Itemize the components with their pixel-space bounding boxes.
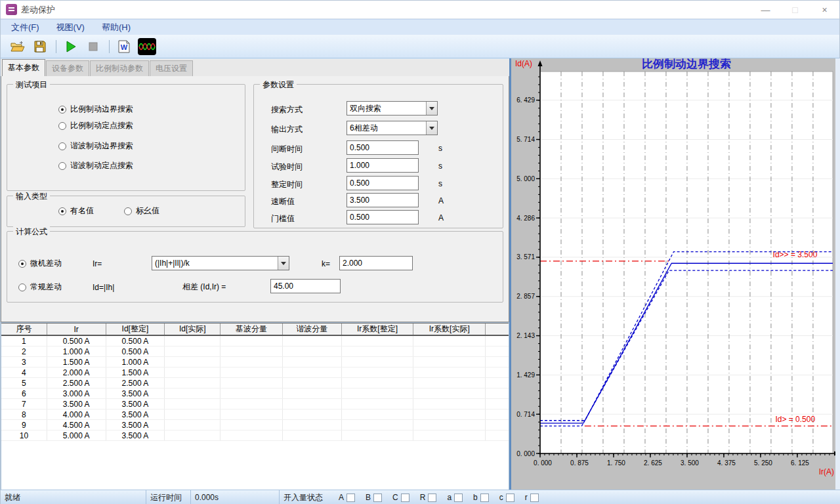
radio-per-unit-value[interactable]: 标幺值: [124, 205, 159, 217]
waveform-view-button[interactable]: [137, 37, 157, 56]
runtime-value: 0.000s: [191, 490, 280, 504]
tab-voltage-settings[interactable]: 电压设置: [150, 60, 193, 76]
table-header-cell[interactable]: 序号: [1, 324, 47, 335]
table-row[interactable]: 42.000 A1.500 A: [1, 368, 509, 378]
phase-diff-field[interactable]: [270, 279, 341, 293]
svg-text:1. 750: 1. 750: [607, 459, 625, 467]
di-status-label: 开入量状态: [280, 490, 332, 504]
menu-view[interactable]: 视图(V): [56, 22, 85, 33]
di-channel-checkbox[interactable]: [506, 494, 514, 502]
table-header-cell[interactable]: 基波分量: [220, 324, 283, 335]
table-cell: [342, 388, 414, 398]
k-value-field[interactable]: [339, 256, 413, 270]
radio-icon: [18, 260, 26, 268]
menu-bar: 文件(F) 视图(V) 帮助(H): [1, 19, 839, 35]
radio-ratio-boundary-search[interactable]: 比例制动边界搜索: [58, 104, 133, 115]
save-button[interactable]: [31, 37, 49, 56]
minimize-button[interactable]: —: [751, 1, 780, 18]
search-mode-combobox[interactable]: 双向搜索: [346, 101, 438, 116]
svg-text:Ir(A): Ir(A): [819, 467, 834, 476]
table-cell: [220, 346, 283, 356]
radio-conventional-differential[interactable]: 常规差动: [18, 282, 62, 293]
open-file-button[interactable]: [9, 37, 27, 56]
menu-file[interactable]: 文件(F): [11, 22, 39, 33]
table-row[interactable]: 105.000 A3.500 A: [1, 430, 509, 441]
table-cell: [342, 346, 414, 356]
di-channel-checkbox[interactable]: [428, 494, 436, 502]
radio-microcomputer-differential[interactable]: 微机差动: [18, 258, 62, 269]
di-channel-checkbox[interactable]: [401, 494, 410, 502]
di-channels: ABCRabcr: [332, 490, 539, 504]
table-cell: [486, 410, 509, 419]
table-cell: 0.500 A: [106, 336, 165, 346]
param-settings-groupbox: 参数设置 搜索方式 双向搜索 输出方式 6相差动 间断时间 s 试验时间: [253, 84, 503, 228]
table-header-cell[interactable]: Ir系数[整定]: [342, 324, 414, 335]
test-items-title: 测试项目: [13, 79, 50, 91]
dropdown-button[interactable]: [426, 102, 437, 115]
table-row[interactable]: 84.000 A3.500 A: [1, 410, 509, 420]
di-channel-checkbox[interactable]: [346, 494, 355, 502]
table-header-cell[interactable]: Id[实际]: [165, 324, 220, 335]
radio-harmonic-boundary-search[interactable]: 谐波制动边界搜索: [58, 140, 133, 152]
test-time-field[interactable]: [346, 158, 419, 173]
output-mode-combobox[interactable]: 6相差动: [346, 121, 438, 135]
dropdown-button[interactable]: [278, 257, 289, 270]
di-channel-checkbox[interactable]: [480, 494, 489, 502]
ir-formula-combobox[interactable]: (|Ih|+|Il|)/k: [152, 256, 289, 270]
di-channel: b: [473, 493, 489, 502]
id-formula-label: Id=|Ih|: [93, 283, 114, 292]
interrupt-time-field[interactable]: [346, 140, 419, 155]
close-button[interactable]: ×: [810, 1, 839, 18]
threshold-value-field[interactable]: [346, 210, 419, 224]
table-cell: 4.000 A: [47, 410, 106, 419]
table-cell: [342, 430, 414, 440]
radio-ratio-point-search[interactable]: 比例制动定点搜索: [58, 120, 133, 131]
tab-device-params[interactable]: 设备参数: [46, 60, 89, 76]
unit-label: s: [438, 144, 442, 153]
table-row[interactable]: 21.000 A0.500 A: [1, 346, 509, 357]
radio-named-value[interactable]: 有名值: [58, 205, 94, 217]
chevron-down-icon: [429, 127, 434, 130]
chevron-down-icon: [429, 107, 434, 110]
table-header-cell[interactable]: Id[整定]: [106, 324, 165, 335]
table-cell: 1.000 A: [47, 346, 106, 356]
table-row[interactable]: 94.500 A3.500 A: [1, 420, 509, 430]
di-channel-checkbox[interactable]: [373, 494, 382, 502]
table-cell: [342, 399, 414, 409]
table-row[interactable]: 52.500 A2.500 A: [1, 378, 509, 388]
setting-time-field[interactable]: [346, 176, 419, 190]
svg-text:5. 714: 5. 714: [516, 136, 535, 143]
table-cell: [165, 357, 220, 367]
table-row[interactable]: 63.000 A3.500 A: [1, 388, 509, 399]
di-channel-checkbox[interactable]: [530, 494, 539, 502]
unit-label: A: [438, 213, 444, 222]
open-folder-icon: [10, 41, 25, 52]
radio-icon: [58, 106, 66, 114]
play-icon: [65, 41, 77, 52]
table-row[interactable]: 10.500 A0.500 A: [1, 336, 509, 346]
radio-icon: [58, 207, 66, 215]
table-row[interactable]: 73.500 A3.500 A: [1, 399, 509, 410]
stop-test-button[interactable]: [84, 37, 102, 56]
dropdown-button[interactable]: [426, 121, 437, 135]
di-channel-checkbox[interactable]: [454, 494, 463, 502]
tab-basic-params[interactable]: 基本参数: [2, 59, 45, 76]
phase-diff-label: 相差 (Id,Ir) =: [182, 282, 226, 293]
menu-help[interactable]: 帮助(H): [102, 22, 131, 33]
table-row[interactable]: 31.500 A1.000 A: [1, 357, 509, 368]
word-report-button[interactable]: W: [115, 37, 133, 56]
maximize-button[interactable]: □: [780, 1, 810, 18]
run-test-button[interactable]: [62, 37, 80, 56]
table-header-cell[interactable]: Ir系数[实际]: [413, 324, 486, 335]
table-cell: [342, 420, 414, 430]
table-header-cell[interactable]: Ir: [47, 324, 106, 335]
instantaneous-value-field[interactable]: [346, 193, 419, 207]
radio-harmonic-point-search[interactable]: 谐波制动定点搜索: [58, 160, 133, 171]
table-cell: 3.500 A: [106, 430, 165, 440]
svg-text:0. 000: 0. 000: [516, 450, 535, 457]
table-header-cell[interactable]: 谐波分量: [283, 324, 342, 335]
table-cell: 3.500 A: [106, 399, 165, 409]
window-right-edge: [835, 58, 840, 490]
tab-ratio-restraint-params[interactable]: 比例制动参数: [90, 60, 149, 76]
table-cell: [283, 368, 342, 377]
